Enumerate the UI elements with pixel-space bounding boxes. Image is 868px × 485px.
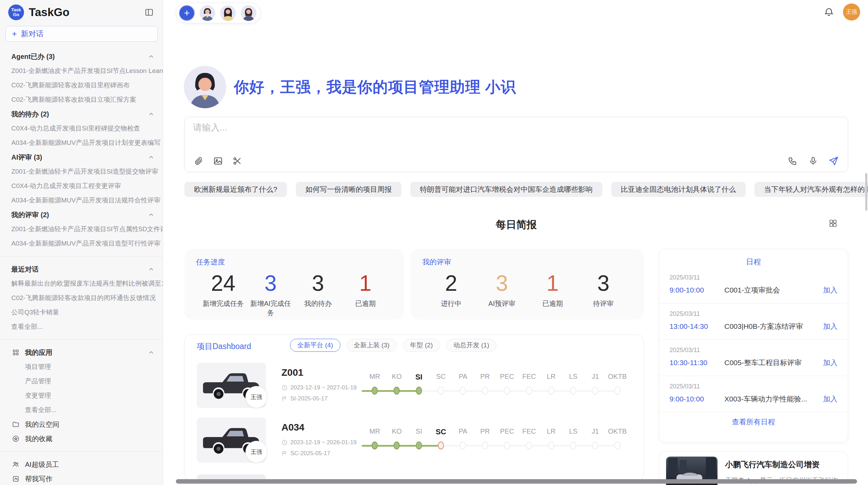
assistant-avatar: [184, 66, 226, 108]
suggestion-chip[interactable]: 如何写一份清晰的项目周报: [296, 182, 401, 197]
horizontal-scrollbar[interactable]: [176, 479, 857, 484]
list-item[interactable]: A034-全新新能源MUV产品开发项目计划变更表编写: [0, 136, 163, 150]
project-dashboard-card: 项目Dashboard 全新平台 (4) 全新上装 (3) 年型 (2) 动总开…: [184, 335, 644, 480]
mic-icon[interactable]: [807, 155, 819, 167]
chevron-up-icon[interactable]: [148, 211, 155, 218]
view-all-apps[interactable]: 查看全部...: [0, 403, 163, 417]
new-chat-label: 新对话: [21, 29, 44, 39]
join-link[interactable]: 加入: [823, 285, 837, 295]
chevron-up-icon[interactable]: [148, 53, 155, 60]
suggestion-chip[interactable]: 比亚迪全固态电池计划具体说了什么: [611, 182, 746, 197]
news-title: 小鹏飞行汽车制造公司增资: [725, 459, 841, 470]
list-item[interactable]: Z001-全新燃油轻卡产品开发项目SI节点属性5D文件评审: [0, 222, 163, 236]
greeting-title: 你好，王强，我是你的项目管理助理 小识: [234, 77, 516, 97]
list-item[interactable]: Z001-全新燃油皮卡产品开发项目SI节点Lesson Learn报告: [0, 64, 163, 78]
suggestion-chips: 欧洲新规最近颁布了什么? 如何写一份清晰的项目周报 特朗普可能对进口汽车增税会对…: [184, 182, 868, 197]
sidebar: Task Go TaskGo + 新对话 Agent已办 (3) Z001-全新…: [0, 0, 163, 485]
milestone-nodes: [364, 387, 628, 395]
section-my-todo[interactable]: 我的待办 (2): [0, 107, 163, 121]
join-link[interactable]: 加入: [823, 358, 837, 368]
avatar[interactable]: [220, 5, 236, 21]
chevron-up-icon[interactable]: [148, 266, 155, 273]
section-recent-chats[interactable]: 最近对话: [0, 262, 163, 276]
task-progress-card: 任务进度 24 新增完成任务 3 新增AI完成任务 3 我的待办 1 已逾期: [184, 249, 404, 320]
sidebar-item-product-mgmt[interactable]: 产品管理: [0, 374, 163, 388]
list-item[interactable]: A034-全新新能源MUV产品开发项目法规符合性评审: [0, 193, 163, 208]
section-my-review[interactable]: 我的评审 (2): [0, 208, 163, 222]
list-item[interactable]: C02-飞腾新能源轻客改款项目里程碑画布: [0, 78, 163, 92]
sidebar-header: Task Go TaskGo: [0, 0, 163, 25]
layout-grid-icon[interactable]: [828, 219, 838, 228]
schedule-item: 2025/03/11 13:00-14:30 C003|H0B-方案冻结评审 加…: [659, 303, 848, 340]
project-dates: 2023-12-19 ~ 2026-01-19: [281, 439, 357, 446]
list-item[interactable]: Z001-全新燃油轻卡产品开发项目SI造型提交物评审: [0, 164, 163, 179]
taskgo-logo: Task Go: [8, 4, 24, 20]
people-icon: [11, 460, 20, 469]
send-icon[interactable]: [828, 155, 840, 167]
join-link[interactable]: 加入: [823, 394, 837, 404]
paperclip-icon[interactable]: [193, 155, 205, 167]
add-agent-button[interactable]: +: [179, 5, 195, 21]
schedule-date: 2025/03/11: [670, 383, 837, 390]
vertical-scrollbar[interactable]: [865, 173, 867, 211]
chevron-up-icon[interactable]: [148, 111, 155, 117]
project-row[interactable]: 王强 A034 2023-12-19 ~ 2026-01-19 SC-2025-…: [185, 413, 643, 468]
list-item[interactable]: C02-飞腾新能源轻客改款项目的闭环通告反馈情况: [0, 291, 163, 305]
suggestion-chip[interactable]: 当下年轻人对汽车外观有怎样的喜好趋势: [755, 182, 868, 197]
user-avatar[interactable]: 王强: [843, 3, 860, 21]
chat-input[interactable]: [192, 122, 708, 133]
write-icon: [11, 474, 20, 483]
view-all-chats[interactable]: 查看全部...: [0, 320, 163, 334]
suggestion-chip[interactable]: 欧洲新规最近颁布了什么?: [184, 182, 287, 197]
project-flag-date: SI-2025-05-17: [281, 395, 328, 402]
avatar[interactable]: [200, 5, 215, 21]
sidebar-item-project-mgmt[interactable]: 项目管理: [0, 360, 163, 374]
image-icon[interactable]: [212, 155, 224, 167]
list-item[interactable]: 公司Q3轻卡销量: [0, 305, 163, 320]
stat-new-ai-done: 3 新增AI完成任务: [247, 271, 294, 318]
view-all-schedule-link[interactable]: 查看所有日程: [659, 417, 848, 427]
list-item[interactable]: A034-全新新能源MUV产品开发项目造型可行性评审: [0, 236, 163, 251]
join-link[interactable]: 加入: [823, 322, 837, 331]
sidebar-item-ai-super-staff[interactable]: AI超级员工: [0, 457, 163, 472]
app-title: TaskGo: [29, 6, 143, 19]
sidebar-item-favorites[interactable]: 我的收藏: [0, 432, 163, 446]
chevron-up-icon[interactable]: [148, 154, 155, 161]
list-item[interactable]: 解释最新出台的欧盟报废车法规再生塑料比例被调至15%...: [0, 276, 163, 291]
stat-overdue: 1 已逾期: [527, 271, 578, 308]
collapse-sidebar-icon[interactable]: [143, 6, 155, 18]
list-item[interactable]: C0X4-动力总成开发项目工程变更评审: [0, 179, 163, 193]
scissors-icon[interactable]: [231, 155, 243, 167]
notification-bell-icon[interactable]: [824, 7, 834, 17]
schedule-title: 日程: [659, 257, 848, 267]
milestone-timeline: MRKOSISCPAPRPECFECLRLSJ1OKTB: [364, 358, 628, 413]
tab-powertrain[interactable]: 动总开发 (1): [446, 339, 497, 352]
input-attachments: [193, 155, 243, 167]
sidebar-item-help-write[interactable]: 帮我写作: [0, 472, 163, 485]
schedule-date: 2025/03/11: [670, 347, 837, 354]
project-name: Z001: [281, 367, 303, 378]
suggestion-chip[interactable]: 特朗普可能对进口汽车增税会对中国车企造成哪些影响: [410, 182, 602, 197]
phone-icon[interactable]: [787, 155, 798, 167]
sidebar-item-cloud-space[interactable]: 我的云空间: [0, 417, 163, 432]
topbar-right: 王强: [824, 3, 860, 21]
sidebar-nav: Agent已办 (3) Z001-全新燃油皮卡产品开发项目SI节点Lesson …: [0, 42, 163, 485]
list-item[interactable]: C0X4-动力总成开发项目SI里程碑提交物检查: [0, 121, 163, 136]
sidebar-item-my-apps[interactable]: 我的应用: [0, 345, 163, 360]
schedule-date: 2025/03/11: [670, 274, 837, 281]
divider: [0, 256, 163, 257]
section-agent-done[interactable]: Agent已办 (3): [0, 49, 163, 64]
new-chat-button[interactable]: + 新对话: [5, 26, 158, 42]
input-actions: [787, 155, 840, 167]
chevron-up-icon[interactable]: [148, 349, 155, 356]
avatar[interactable]: [241, 5, 256, 21]
sidebar-item-change-mgmt[interactable]: 变更管理: [0, 388, 163, 403]
section-ai-review[interactable]: AI评审 (3): [0, 150, 163, 164]
tab-new-platform[interactable]: 全新平台 (4): [290, 339, 340, 352]
list-item[interactable]: C02-飞腾新能源轻客改款项目立项汇报方案: [0, 92, 163, 107]
project-name: A034: [281, 422, 304, 433]
project-row[interactable]: 王强 Z001 2023-12-19 ~ 2027-01-19 SI-2025-…: [185, 358, 643, 413]
tab-year-model[interactable]: 年型 (2): [403, 339, 440, 352]
schedule-item: 2025/03/11 10:30-11:30 C005-整车工程目标评审 加入: [659, 340, 848, 376]
tab-new-top[interactable]: 全新上装 (3): [347, 339, 397, 352]
